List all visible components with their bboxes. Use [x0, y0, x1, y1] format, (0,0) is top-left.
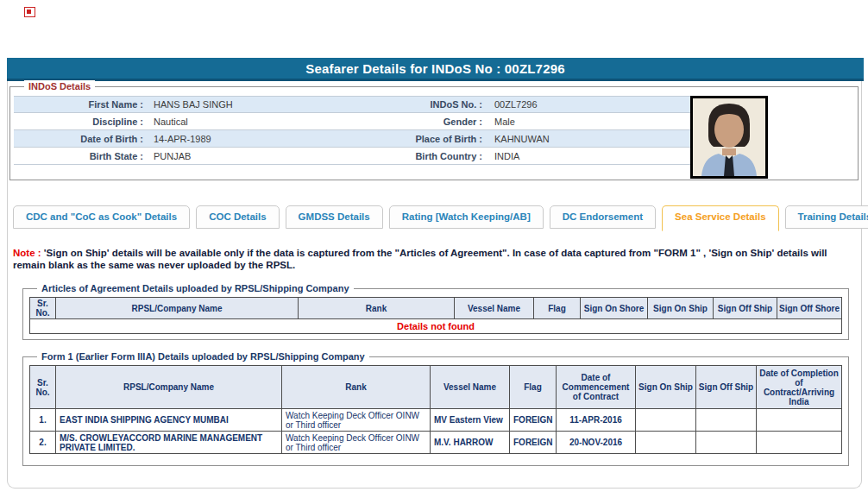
row1-rank: Watch Keeping Deck Officer OINW or Third…	[282, 409, 431, 432]
note-prefix: Note :	[13, 248, 41, 258]
form1-col-sr-no: Sr. No.	[30, 366, 56, 409]
indos-no-value: 00ZL7296	[493, 99, 694, 110]
articles-col-sign-off-shore: Sign Off Shore	[777, 298, 842, 319]
form1-col-company: RPSL/Company Name	[56, 366, 282, 409]
articles-col-sign-off-ship: Sign Off Ship	[714, 298, 777, 319]
sign-on-ship-note: Note : 'Sign on Ship' details will be av…	[13, 247, 857, 271]
tab-sea-service-details[interactable]: Sea Service Details	[662, 205, 779, 231]
tab-rating-watch-keeping-ab[interactable]: Rating [Watch Keeping/AB]	[389, 205, 544, 229]
form1-col-sign-on-ship: Sign On Ship	[636, 366, 696, 409]
form1-legend: Form 1 (Earlier Form IIIA) Details uploa…	[37, 350, 369, 362]
indos-row-discipline: Discipline : Nautical Gender : Male	[14, 113, 694, 130]
form1-table: Sr. No. RPSL/Company Name Rank Vessel Na…	[29, 365, 842, 454]
birth-country-label: Birth Country :	[400, 151, 482, 161]
page-title: Seafarer Details for INDoS No : 00ZL7296	[7, 58, 864, 81]
row1-completion	[757, 409, 842, 432]
indos-row-name: First Name : HANS BAJ SINGH INDoS No. : …	[14, 96, 694, 113]
articles-col-flag: Flag	[534, 298, 581, 319]
row1-vessel: MV Eastern View	[431, 409, 510, 432]
articles-table: Sr. No. RPSL/Company Name Rank Vessel Na…	[29, 297, 842, 334]
articles-col-sign-on-ship: Sign On Ship	[648, 298, 714, 319]
seafarer-photo-image	[693, 98, 765, 176]
row2-company: M/S. CROWLEYACCORD MARINE MANAGEMENT PRI…	[56, 432, 282, 454]
indos-details-legend: INDoS Details	[24, 80, 95, 92]
form1-row-1: 1. EAST INDIA SHIPPING AGENCY MUMBAI Wat…	[30, 409, 842, 432]
row2-sign-off-ship	[696, 432, 757, 454]
pob-value: KAHNUWAN	[493, 134, 694, 144]
gender-label: Gender :	[400, 117, 482, 127]
row2-sr: 2.	[30, 432, 56, 454]
birth-country-value: INDIA	[493, 151, 694, 161]
form1-col-sign-off-ship: Sign Off Ship	[696, 366, 757, 409]
indos-row-birth: Date of Birth : 14-APR-1989 Place of Bir…	[14, 130, 694, 148]
articles-col-vessel: Vessel Name	[455, 298, 534, 319]
form1-col-commencement: Date of Commencement of Contract	[557, 366, 636, 409]
row1-company: EAST INDIA SHIPPING AGENCY MUMBAI	[56, 409, 282, 432]
birth-state-value: PUNJAB	[152, 151, 400, 161]
indos-no-label: INDoS No. :	[400, 99, 482, 110]
articles-col-rank: Rank	[299, 298, 455, 319]
row1-sr: 1.	[30, 409, 56, 432]
articles-header-row: Sr. No. RPSL/Company Name Rank Vessel Na…	[30, 298, 842, 319]
tab-dc-endorsement[interactable]: DC Endorsement	[550, 205, 656, 229]
row1-sign-off-ship	[696, 409, 757, 432]
articles-of-agreement-fieldset: Articles of Agreement Details uploaded b…	[22, 288, 849, 340]
indos-details-fieldset: INDoS Details First Name : HANS BAJ SING…	[9, 86, 859, 180]
articles-empty-row: Details not found	[30, 319, 842, 334]
details-not-found-message: Details not found	[30, 319, 842, 334]
articles-col-sr-no: Sr. No.	[30, 298, 56, 319]
first-name-value: HANS BAJ SINGH	[152, 99, 400, 110]
form1-header-row: Sr. No. RPSL/Company Name Rank Vessel Na…	[30, 366, 842, 409]
row1-flag: FOREIGN	[510, 409, 557, 432]
row2-completion	[757, 432, 842, 454]
form1-row-2: 2. M/S. CROWLEYACCORD MARINE MANAGEMENT …	[30, 432, 842, 454]
page-container: Seafarer Details for INDoS No : 00ZL7296…	[7, 58, 862, 489]
indos-details-grid: First Name : HANS BAJ SINGH INDoS No. : …	[14, 96, 694, 165]
pob-label: Place of Birth :	[400, 134, 482, 144]
form1-fieldset: Form 1 (Earlier Form IIIA) Details uploa…	[22, 356, 849, 466]
form1-col-flag: Flag	[510, 366, 557, 409]
row1-commencement: 11-APR-2016	[557, 409, 636, 432]
tab-coc-details[interactable]: COC Details	[196, 205, 279, 229]
discipline-label: Discipline :	[14, 117, 143, 127]
dob-value: 14-APR-1989	[152, 134, 400, 144]
discipline-value: Nautical	[152, 117, 400, 127]
form1-col-rank: Rank	[282, 366, 431, 409]
row2-commencement: 20-NOV-2016	[557, 432, 636, 454]
dob-label: Date of Birth :	[14, 134, 143, 144]
articles-col-company: RPSL/Company Name	[56, 298, 299, 319]
broken-image-icon	[24, 7, 35, 17]
indos-row-state: Birth State : PUNJAB Birth Country : IND…	[14, 148, 694, 165]
row2-vessel: M.V. HARROW	[431, 432, 510, 454]
row2-sign-on-ship	[636, 432, 696, 454]
seafarer-photo	[690, 96, 768, 179]
row2-rank: Watch Keeping Deck Officer OINW or Third…	[282, 432, 431, 454]
form1-col-completion: Date of Completion of Contract/Arriving …	[757, 366, 842, 409]
detail-tabs: CDC and "CoC as Cook" Details COC Detail…	[13, 205, 868, 231]
birth-state-label: Birth State :	[14, 151, 143, 161]
articles-legend: Articles of Agreement Details uploaded b…	[37, 282, 354, 294]
first-name-label: First Name :	[14, 99, 143, 110]
articles-col-sign-on-shore: Sign On Shore	[581, 298, 648, 319]
tab-cdc-coc-cook-details[interactable]: CDC and "CoC as Cook" Details	[13, 205, 190, 229]
gender-value: Male	[493, 117, 694, 127]
note-body: 'Sign on Ship' details will be available…	[13, 248, 827, 270]
row1-sign-on-ship	[636, 409, 696, 432]
tab-training-details[interactable]: Training Details	[785, 205, 868, 229]
form1-col-vessel: Vessel Name	[431, 366, 510, 409]
row2-flag: FOREIGN	[510, 432, 557, 454]
tab-gmdss-details[interactable]: GMDSS Details	[286, 205, 383, 229]
